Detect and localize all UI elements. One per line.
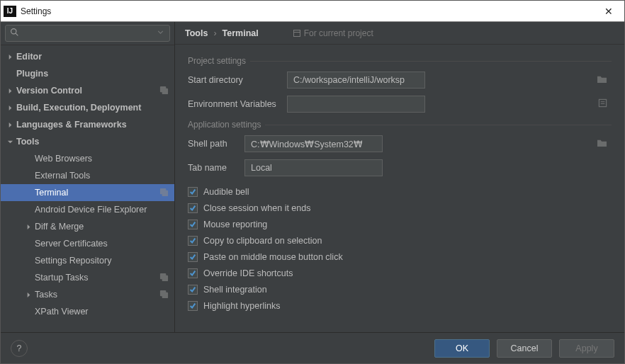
ok-button[interactable]: OK	[434, 339, 490, 358]
tree-item-server-certificates[interactable]: Server Certificates	[1, 235, 174, 252]
checkbox-override-ide-shortcuts[interactable]: Override IDE shortcuts	[188, 265, 612, 281]
tree-item-xpath-viewer[interactable]: XPath Viewer	[1, 303, 174, 320]
shell-path-label: Shell path	[188, 139, 244, 149]
project-badge-icon	[159, 290, 169, 301]
checkbox-box[interactable]	[188, 285, 198, 295]
env-vars-input[interactable]	[287, 96, 425, 113]
tree-item-editor[interactable]: Editor	[1, 48, 174, 65]
svg-rect-3	[162, 89, 168, 94]
checkbox-shell-integration[interactable]: Shell integration	[188, 281, 612, 297]
breadcrumb-root[interactable]: Tools	[185, 28, 208, 38]
folder-icon[interactable]	[597, 138, 607, 149]
chevron-right-icon[interactable]	[25, 291, 32, 298]
help-button[interactable]: ?	[11, 340, 28, 357]
cancel-button[interactable]: Cancel	[497, 339, 552, 358]
shell-path-input[interactable]	[244, 135, 383, 152]
checkbox-box[interactable]	[188, 236, 198, 246]
tree-item-label: External Tools	[35, 171, 90, 181]
chevron-right-icon: ›	[213, 28, 216, 38]
tree-item-diff-merge[interactable]: Diff & Merge	[1, 218, 174, 235]
checkbox-label: Paste on middle mouse button click	[203, 252, 343, 262]
chevron-right-icon[interactable]	[6, 53, 13, 60]
tree-item-label: Web Browsers	[35, 154, 92, 164]
chevron-right-icon[interactable]	[6, 104, 13, 111]
arrow-spacer	[25, 155, 32, 162]
tree-item-web-browsers[interactable]: Web Browsers	[1, 150, 174, 167]
tree-item-label: Editor	[16, 52, 42, 62]
tree-item-label: Settings Repository	[35, 256, 111, 266]
start-directory-input[interactable]	[287, 72, 425, 89]
checkbox-box[interactable]	[188, 268, 198, 278]
checkbox-label: Audible bell	[203, 187, 249, 197]
checkbox-group: Audible bellClose session when it endsMo…	[188, 183, 612, 314]
arrow-spacer	[25, 274, 32, 281]
checkbox-copy-to-clipboard-on-selection[interactable]: Copy to clipboard on selection	[188, 232, 612, 249]
dialog-footer: ? OK Cancel Apply	[1, 332, 624, 363]
window-title: Settings	[21, 6, 597, 16]
tree-item-settings-repository[interactable]: Settings Repository	[1, 252, 174, 269]
tree-item-terminal[interactable]: Terminal	[1, 184, 174, 201]
arrow-spacer	[25, 240, 32, 247]
checkbox-close-session-when-it-ends[interactable]: Close session when it ends	[188, 200, 612, 216]
search-input[interactable]	[22, 28, 156, 38]
tree-item-label: Tasks	[35, 290, 57, 300]
tree-item-plugins[interactable]: Plugins	[1, 65, 174, 82]
checkbox-highlight-hyperlinks[interactable]: Highlight hyperlinks	[188, 297, 612, 314]
tree-item-build-execution-deployment[interactable]: Build, Execution, Deployment	[1, 99, 174, 116]
svg-rect-12	[599, 99, 606, 106]
checkbox-mouse-reporting[interactable]: Mouse reporting	[188, 216, 612, 232]
arrow-spacer	[25, 308, 32, 315]
search-input-wrap[interactable]	[5, 25, 170, 42]
chevron-right-icon[interactable]	[6, 87, 13, 94]
settings-panel: Project settings Start directory Environ…	[175, 45, 624, 332]
chevron-right-icon[interactable]	[25, 223, 32, 230]
tree-item-label: Tools	[16, 137, 39, 147]
tree-item-startup-tasks[interactable]: Startup Tasks	[1, 269, 174, 286]
breadcrumb-leaf: Terminal	[223, 28, 259, 38]
expand-icon[interactable]	[598, 98, 607, 110]
checkbox-label: Copy to clipboard on selection	[203, 236, 322, 246]
scope-indicator: For current project	[293, 28, 373, 38]
checkbox-label: Override IDE shortcuts	[203, 268, 293, 278]
history-icon[interactable]	[156, 28, 165, 39]
apply-button[interactable]: Apply	[559, 339, 614, 358]
env-vars-label: Environment Variables	[188, 99, 287, 109]
tree-item-languages-frameworks[interactable]: Languages & Frameworks	[1, 116, 174, 133]
group-project-settings: Project settings	[188, 56, 612, 66]
checkbox-label: Mouse reporting	[203, 220, 267, 229]
tree-item-version-control[interactable]: Version Control	[1, 82, 174, 99]
checkbox-box[interactable]	[188, 252, 198, 262]
tree-item-label: Startup Tasks	[35, 273, 89, 283]
checkbox-box[interactable]	[188, 203, 198, 213]
folder-icon[interactable]	[597, 74, 607, 86]
tree-item-label: Version Control	[16, 86, 82, 96]
tree-item-tasks[interactable]: Tasks	[1, 286, 174, 303]
project-badge-icon	[159, 86, 169, 97]
arrow-spacer	[25, 189, 32, 196]
arrow-spacer	[25, 172, 32, 179]
chevron-right-icon[interactable]	[6, 121, 13, 128]
close-button[interactable]: ✕	[597, 6, 620, 17]
arrow-spacer	[6, 70, 13, 77]
settings-sidebar: EditorPluginsVersion ControlBuild, Execu…	[1, 22, 175, 332]
tree-item-label: Languages & Frameworks	[16, 120, 127, 130]
tree-item-android-device-file-explorer[interactable]: Android Device File Explorer	[1, 201, 174, 218]
svg-rect-10	[293, 30, 300, 36]
tree-item-label: Terminal	[35, 188, 68, 198]
checkbox-paste-on-middle-mouse-button-click[interactable]: Paste on middle mouse button click	[188, 249, 612, 265]
tree-item-label: Diff & Merge	[35, 222, 84, 232]
chevron-down-icon[interactable]	[6, 138, 13, 145]
tree-item-label: Android Device File Explorer	[35, 205, 147, 215]
checkbox-label: Close session when it ends	[203, 203, 310, 213]
tree-item-label: Plugins	[16, 69, 48, 79]
start-directory-label: Start directory	[188, 75, 287, 85]
tab-name-input[interactable]	[244, 159, 383, 176]
checkbox-box[interactable]	[188, 220, 198, 229]
svg-rect-9	[162, 292, 168, 298]
checkbox-box[interactable]	[188, 301, 198, 311]
project-badge-icon	[159, 188, 169, 199]
checkbox-box[interactable]	[188, 187, 198, 197]
checkbox-audible-bell[interactable]: Audible bell	[188, 183, 612, 200]
tree-item-external-tools[interactable]: External Tools	[1, 167, 174, 184]
tree-item-tools[interactable]: Tools	[1, 133, 174, 150]
